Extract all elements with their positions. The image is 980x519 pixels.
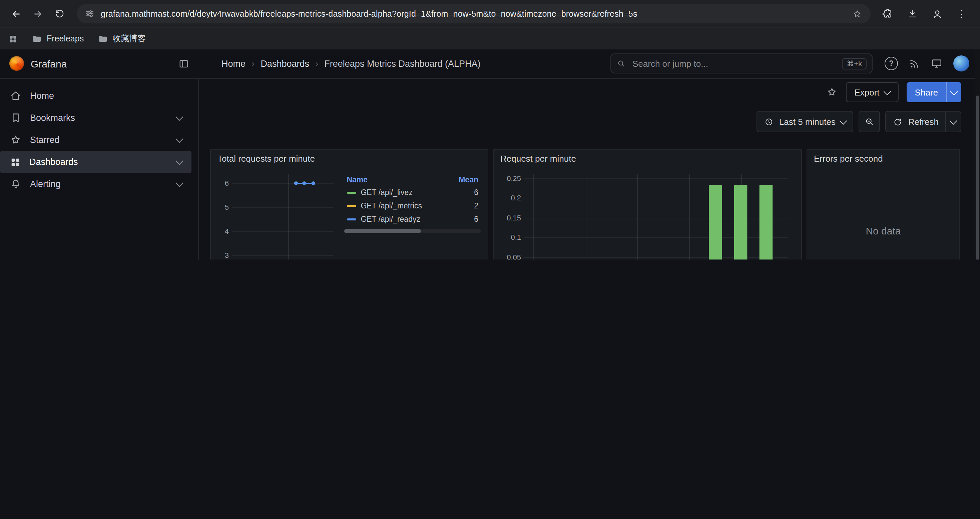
search-input[interactable] — [631, 58, 837, 69]
bar-series — [524, 174, 788, 260]
url-text[interactable]: grafana.mathmast.com/d/deytv4rwavabkb/fr… — [101, 9, 846, 18]
breadcrumb: Home › Dashboards › Freeleaps Metrics Da… — [221, 58, 480, 69]
downloads-button[interactable] — [902, 3, 923, 24]
profile-button[interactable] — [927, 3, 947, 24]
search-box[interactable]: ⌘+k — [611, 53, 873, 73]
extensions-button[interactable] — [877, 3, 898, 24]
breadcrumb-separator: › — [251, 58, 255, 69]
sidebar-nav: Home Bookmarks Starred Dashbo — [0, 78, 198, 195]
reload-button[interactable] — [49, 3, 70, 24]
breadcrumb-dashboards[interactable]: Dashboards — [261, 58, 309, 69]
kebab-menu-icon: ⋮ — [957, 9, 967, 19]
bookmark-star-icon[interactable] — [852, 8, 862, 19]
zoom-out-button[interactable] — [859, 111, 880, 132]
time-series-chart[interactable]: 6543217:40 — [218, 174, 339, 260]
bookmark-folder-blogs[interactable]: 收藏博客 — [97, 33, 146, 45]
reload-icon — [54, 8, 65, 19]
share-button[interactable]: Share — [907, 82, 946, 102]
series-color-dash — [347, 192, 356, 194]
share-menu-button[interactable] — [946, 82, 961, 102]
back-arrow-icon — [10, 8, 22, 20]
legend-series-name[interactable]: GET /api/_livez — [361, 188, 413, 196]
time-controls: Last 5 minutes Refresh — [199, 106, 980, 137]
chevron-down-icon[interactable] — [177, 182, 182, 186]
series-color-dash — [347, 205, 356, 208]
bookmark-folder-label: Freeleaps — [47, 34, 84, 43]
zoom-out-icon — [864, 116, 875, 127]
panel-title[interactable]: Total requests per minute — [211, 150, 488, 167]
scrollbar-thumb[interactable] — [976, 96, 979, 260]
legend-column-header[interactable]: Name — [344, 174, 441, 186]
chevron-down-icon[interactable] — [177, 116, 182, 120]
display-icon[interactable] — [931, 57, 943, 69]
share-split-button: Share — [907, 82, 961, 102]
dashboard-main: Export Share Last 5 minutes — [199, 78, 980, 260]
time-range-picker[interactable]: Last 5 minutes — [757, 111, 854, 132]
clock-icon — [764, 117, 774, 126]
favorite-star-icon[interactable] — [826, 86, 838, 98]
legend-series-name[interactable]: GET /api/_readyz — [361, 215, 420, 223]
help-icon[interactable]: ? — [885, 57, 898, 70]
bookmark-folder-freeleaps[interactable]: Freeleaps — [31, 34, 84, 44]
sidebar-item-label: Starred — [30, 135, 60, 145]
sidebar-item-home[interactable]: Home — [0, 85, 191, 107]
legend-series-name[interactable]: GET /api/_metrics — [361, 202, 422, 210]
puzzle-icon — [882, 8, 893, 19]
dock-sidebar-icon[interactable] — [178, 58, 189, 69]
sidebar-item-label: Alerting — [30, 179, 61, 189]
legend-table-container: NameMeanGET /api/_livez6GET /api/_metric… — [339, 167, 481, 233]
breadcrumb-home[interactable]: Home — [221, 58, 245, 69]
back-button[interactable] — [5, 3, 26, 24]
legend-scrollbar[interactable] — [344, 229, 481, 233]
y-axis-label: 0.05 — [500, 253, 521, 260]
no-data-message: No data — [814, 167, 953, 260]
chevron-down-icon[interactable] — [177, 160, 182, 164]
panel-title[interactable]: Request per minute — [494, 150, 801, 167]
scrollbar-thumb[interactable] — [344, 229, 421, 233]
line-series — [232, 174, 334, 260]
apps-icon — [10, 156, 21, 168]
export-button[interactable]: Export — [846, 82, 899, 102]
chevron-down-icon — [884, 88, 891, 95]
site-controls-icon[interactable] — [85, 9, 95, 19]
header-icons: ? — [885, 56, 980, 72]
legend-row[interactable]: GET /api/_metrics2 — [344, 199, 481, 212]
refresh-button[interactable]: Refresh — [886, 111, 945, 132]
star-icon — [10, 134, 22, 146]
search-shortcut-chip: ⌘+k — [842, 58, 867, 69]
legend-column-header[interactable]: Mean — [441, 174, 481, 186]
sidebar-item-label: Home — [30, 91, 54, 101]
bar-chart[interactable]: 0.250.20.150.10.05017:37:0017:38:0017:39… — [500, 174, 795, 260]
legend-row[interactable]: GET /api/_readyz6 — [344, 212, 481, 226]
legend-value: 6 — [441, 186, 481, 199]
page-scrollbar[interactable] — [975, 49, 980, 260]
breadcrumb-current: Freeleaps Metrics Dashboard (ALPHA) — [324, 58, 480, 69]
y-axis-label: 4 — [218, 227, 229, 235]
legend-table: NameMeanGET /api/_livez6GET /api/_metric… — [344, 174, 481, 226]
browser-menu-button[interactable]: ⋮ — [951, 3, 972, 24]
y-axis-label: 0.1 — [500, 233, 521, 241]
folder-icon — [97, 34, 108, 44]
legend-row[interactable]: GET /api/_livez6 — [344, 186, 481, 199]
forward-button[interactable] — [27, 3, 48, 24]
news-rss-icon[interactable] — [908, 58, 920, 69]
grafana-logo-icon[interactable] — [10, 56, 24, 71]
chevron-down-icon[interactable] — [177, 138, 182, 142]
sidebar-item-dashboards[interactable]: Dashboards — [0, 151, 191, 173]
sidebar-item-bookmarks[interactable]: Bookmarks — [0, 107, 191, 129]
y-axis-label: 0.2 — [500, 194, 521, 202]
refresh-interval-button[interactable] — [945, 111, 961, 132]
download-icon — [907, 8, 918, 19]
sidebar-item-label: Bookmarks — [30, 113, 75, 123]
panel-title[interactable]: Errors per second — [807, 150, 959, 167]
panel-total-requests: Total requests per minute 6543217:40 Nam… — [210, 149, 488, 260]
user-avatar[interactable] — [953, 56, 969, 72]
address-bar[interactable]: grafana.mathmast.com/d/deytv4rwavabkb/fr… — [77, 4, 870, 23]
dashboard-toolbar: Export Share — [199, 78, 980, 106]
sidebar-item-alerting[interactable]: Alerting — [0, 173, 191, 195]
refresh-split-button: Refresh — [886, 111, 961, 132]
panel-request-per-minute: Request per minute 0.250.20.150.10.05017… — [493, 149, 802, 260]
apps-grid-icon[interactable] — [8, 34, 18, 44]
sidebar-item-starred[interactable]: Starred — [0, 129, 191, 151]
home-icon — [10, 89, 22, 102]
